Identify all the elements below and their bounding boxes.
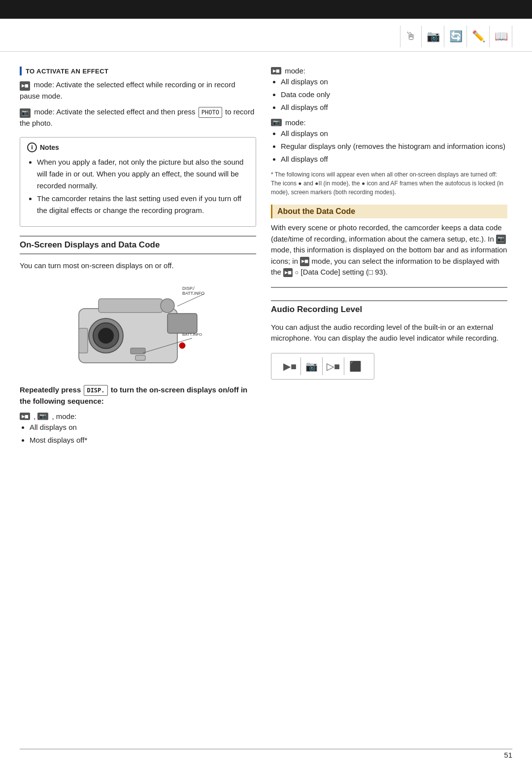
video-mode-icon: ▶■ [20, 81, 30, 91]
mode-inline-3: ▶■ [283, 268, 293, 278]
camcorder-illustration: DISP./ BATT.INFO BATT.INFO [20, 279, 256, 378]
audio-recording-title: Audio Recording Level [271, 300, 507, 317]
audio-rec-icon: ⬛ [349, 360, 362, 372]
info-icon: i [27, 142, 37, 152]
icon-bar: 🖱 📷 🔄 ✏️ 📖 [0, 19, 532, 52]
right-mode-2-item-2: All displays off [281, 153, 507, 165]
right-video-icon: ▶■ [271, 67, 281, 74]
svg-rect-11 [135, 355, 145, 360]
audio-icon-1: ▶■ [279, 357, 301, 375]
mode-list-label-1: ▶■ , 📷 , mode: [20, 412, 256, 420]
right-mode-1-item-0: All displays on [281, 76, 507, 88]
right-mode-1-item-2: All displays off [281, 102, 507, 113]
icon-tab-5[interactable]: 📖 [491, 26, 512, 47]
photo-icon-small: 📷 [37, 413, 48, 420]
book-icon: 📖 [495, 30, 508, 43]
audio-icons-row: ▶■ 📷 ▷■ ⬛ [271, 353, 374, 380]
instruction-bold: Repeatedly press DISP. to turn the on-sc… [20, 384, 256, 407]
right-mode-label-2: 📷 mode: [271, 118, 507, 127]
activate-p1: ▶■ mode: Activate the selected effect wh… [20, 79, 256, 102]
audio-vid-icon: ▶■ [283, 360, 297, 372]
about-data-code-title: About the Data Code [271, 205, 507, 218]
right-mode-1-item-1: Data code only [281, 89, 507, 101]
mode-list-1-item-0: All displays on [30, 421, 256, 433]
svg-rect-4 [167, 314, 197, 333]
video-icon-small: ▶■ [20, 413, 30, 420]
activate-heading-text: To Activate an Effect [26, 68, 108, 75]
onscreen-intro: You can turn most on-screen displays on … [20, 260, 256, 272]
svg-rect-15 [79, 328, 88, 353]
onscreen-section-title: On-Screen Displays and Data Code [20, 236, 256, 254]
disp-btn[interactable]: DISP. [84, 385, 107, 396]
notes-list: When you apply a fader, not only the pic… [37, 156, 249, 216]
svg-point-3 [98, 328, 114, 344]
icon-tab-4[interactable]: ✏️ [468, 26, 490, 47]
mode-inline-2: ▶■ [300, 257, 309, 266]
svg-text:BATT.INFO: BATT.INFO [182, 332, 202, 337]
svg-text:BATT.INFO: BATT.INFO [182, 291, 204, 296]
main-content: To Activate an Effect ▶■ mode: Activate … [0, 52, 532, 461]
camcorder-svg: DISP./ BATT.INFO BATT.INFO [59, 279, 217, 378]
notes-item-1: When you apply a fader, not only the pic… [37, 156, 249, 192]
notes-title: i Notes [27, 142, 249, 152]
right-photo-icon: 📷 [271, 119, 282, 126]
notes-box: i Notes When you apply a fader, not only… [20, 137, 256, 227]
footnote-text: * The following icons will appear even w… [271, 170, 507, 197]
right-mode-list-2: All displays on Regular displays only (r… [281, 128, 507, 165]
hand-icon: 🖱 [405, 30, 416, 43]
notes-item-2: The camcorder retains the last setting u… [37, 193, 249, 216]
audio-icon-3: ▷■ [323, 357, 344, 375]
icon-tab-2[interactable]: 📷 [423, 26, 444, 47]
svg-rect-5 [99, 299, 163, 313]
audio-icon-2: 📷 [301, 357, 323, 375]
activate-p2: 📷 mode: Activate the selected effect and… [20, 106, 256, 129]
bottom-line [20, 749, 512, 749]
about-data-code-text: With every scene or photo recorded, the … [271, 222, 507, 278]
activate-heading: To Activate an Effect [20, 67, 256, 75]
audio-icon-4: ⬛ [344, 357, 366, 375]
svg-text:DISP./: DISP./ [182, 286, 195, 291]
right-mode-list-1: All displays on Data code only All displ… [281, 76, 507, 113]
icon-tab-3[interactable]: 🔄 [445, 26, 467, 47]
rotate-icon: 🔄 [449, 30, 463, 43]
photo-btn: PHOTO [199, 107, 222, 118]
right-mode-label-1: ▶■ mode: [271, 67, 507, 75]
right-mode-2-item-1: Regular displays only (removes the histo… [281, 140, 507, 152]
blue-bar-accent [20, 67, 22, 75]
right-mode-2-item-0: All displays on [281, 128, 507, 140]
svg-point-14 [179, 343, 185, 349]
top-bar [0, 0, 532, 19]
mode-list-1-item-1: Most displays off* [30, 434, 256, 446]
icon-tab-1[interactable]: 🖱 [400, 26, 422, 47]
svg-point-6 [161, 299, 174, 313]
audio-play-icon: ▷■ [327, 360, 340, 372]
right-column: ▶■ mode: All displays on Data code only … [271, 67, 507, 451]
camera-icon: 📷 [427, 30, 440, 43]
audio-cam-icon: 📷 [305, 360, 318, 372]
left-column: To Activate an Effect ▶■ mode: Activate … [20, 67, 256, 451]
mode-inline-1: 📷 [496, 235, 506, 244]
page-number: 51 [504, 751, 512, 759]
audio-text: You can adjust the audio recording level… [271, 322, 507, 344]
pencil-icon: ✏️ [472, 30, 485, 43]
mode-list-1: All displays on Most displays off* [30, 421, 256, 446]
photo-mode-icon: 📷 [20, 108, 31, 118]
